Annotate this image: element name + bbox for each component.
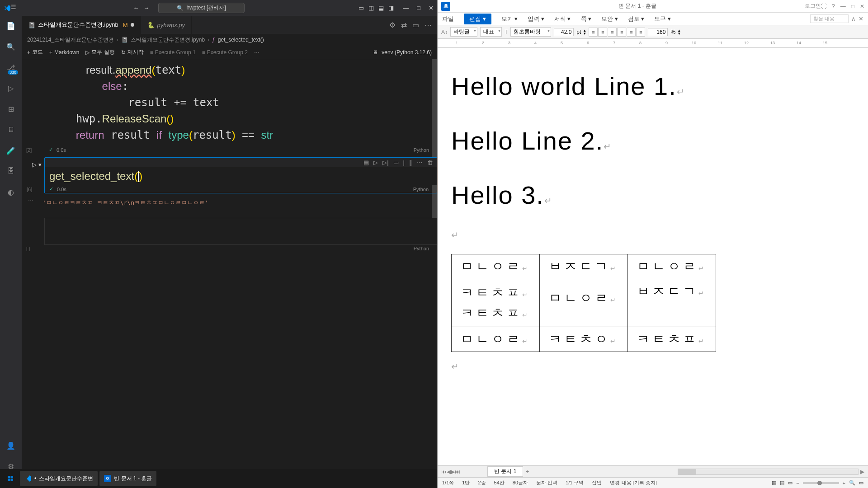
expand-icon[interactable]: ⛶ (821, 3, 826, 9)
login-link[interactable]: 로그인 (805, 2, 821, 10)
view-icon-1[interactable]: ▦ (772, 480, 776, 486)
tab-action-gear-icon[interactable]: ⚙ (389, 21, 396, 29)
debug-icon[interactable]: ▷ (5, 82, 17, 94)
layout-icon-4[interactable]: ◨ (388, 5, 394, 11)
align-justify-button[interactable]: ≡ (617, 28, 626, 37)
status-col[interactable]: 54칸 (494, 479, 505, 486)
menu-close-icon[interactable]: ✕ (859, 15, 863, 22)
add-markdown-button[interactable]: + Markdown (49, 49, 79, 56)
status-track[interactable]: 변경 내용 [기록 중지] (610, 479, 656, 486)
scm-icon[interactable]: ⎇330 (5, 61, 17, 74)
status-page[interactable]: 1/1쪽 (442, 479, 454, 486)
notebook[interactable]: result.append(text) else: result += text… (22, 59, 437, 477)
align-left-button[interactable]: ≡ (589, 28, 598, 37)
close-icon[interactable]: ✕ (429, 5, 434, 11)
layout-icon-3[interactable]: ⬓ (378, 5, 384, 11)
view-icon-3[interactable]: ▭ (788, 480, 793, 486)
align-center-button[interactable]: ≡ (598, 28, 607, 37)
explorer-icon[interactable]: 📄 (5, 19, 17, 32)
table-cell[interactable]: ㅁㄴㅇㄹ↵ (452, 254, 540, 279)
command-center[interactable]: 🔍 hwptest [관리자] (158, 3, 244, 13)
status-insert[interactable]: 삽입 (592, 479, 602, 486)
tab-nav-prev-icon[interactable]: ◀ (447, 469, 451, 475)
hwp-minimize-icon[interactable]: — (840, 3, 846, 9)
run-cell-button[interactable]: ▷ ▾ (32, 161, 42, 168)
exec-group-2-button[interactable]: ≡ Execute Group 2 (202, 49, 248, 56)
text-line-2[interactable]: Hello Line 2.↵ (451, 121, 854, 162)
zoom-spinner-icon[interactable]: ▴▾ (678, 29, 680, 35)
menu-file[interactable]: 파일 (442, 15, 454, 23)
test-icon[interactable]: 🧪 (5, 144, 17, 157)
menu-tools[interactable]: 도구 ▾ (654, 15, 671, 23)
menu-collapse-icon[interactable]: ∧ (851, 15, 856, 22)
exec-group-1-button[interactable]: ≡ Execute Group 1 (150, 49, 196, 56)
table-cell[interactable]: ㅂㅈㄷㄱ↵ (628, 279, 716, 327)
restart-button[interactable]: ↻ 재시작 (121, 48, 144, 56)
status-mode[interactable]: 문자 입력 (536, 479, 557, 486)
taskbar-hwp[interactable]: 호 빈 문서 1 - 훈글 (99, 471, 156, 486)
status-line[interactable]: 2줄 (478, 479, 486, 486)
style-combo[interactable]: 바탕글 (450, 27, 477, 37)
tab-nav-next-icon[interactable]: ▶ (451, 469, 455, 475)
zoom-menu-icon[interactable]: ▭ (859, 480, 863, 486)
extensions-icon[interactable]: ⊞ (5, 103, 17, 115)
hwp-page[interactable]: Hello world Line 1.↵ Hello Line 2.↵ Hell… (438, 48, 868, 465)
status-chars[interactable]: 80글자 (513, 479, 528, 486)
cell-run-icon[interactable]: ▤ (363, 159, 369, 166)
tab-nav-first-icon[interactable]: ⏮ (441, 469, 447, 475)
scroll-right-icon[interactable]: ▶ (860, 469, 864, 475)
align-right-button[interactable]: ≡ (608, 28, 617, 37)
menu-search-input[interactable]: 찾을 내용 (810, 14, 849, 23)
menu-view[interactable]: 보기 ▾ (501, 15, 518, 23)
status-dan[interactable]: 1단 (462, 479, 470, 486)
account-icon[interactable]: 👤 (5, 439, 17, 452)
zoom-slider[interactable] (803, 482, 839, 484)
font-combo[interactable]: 함초롬바탕 (510, 27, 551, 37)
menu-security[interactable]: 보안 ▾ (601, 15, 618, 23)
add-doc-tab-button[interactable]: + (526, 469, 529, 475)
nav-back-icon[interactable]: ← (133, 5, 139, 11)
tab-pyhwpx[interactable]: 🐍 pyhwpx.py (141, 16, 192, 34)
doc-tab[interactable]: 빈 문서 1 (487, 466, 523, 477)
remote-icon[interactable]: 🖥 (5, 123, 17, 136)
table-cell[interactable]: ㅋㅌㅊㅍ↵ㅋㅌㅊㅍ↵ (452, 279, 540, 327)
hwp-ruler[interactable]: 123456789101112131415 (438, 39, 868, 48)
align-dist-button[interactable]: ≡ (627, 28, 636, 37)
code-content[interactable]: result.append(text) else: result += text… (44, 59, 437, 146)
menu-edit[interactable]: 편집 ▾ (464, 14, 491, 24)
table-cell[interactable]: ㅁㄴㅇㄹ↵ (628, 254, 716, 279)
layout-icon-2[interactable]: ◫ (368, 5, 374, 11)
zoom-fit-icon[interactable]: 🔍 (849, 480, 855, 486)
status-section[interactable]: 1/1 구역 (566, 479, 584, 486)
search-activity-icon[interactable]: 🔍 (5, 40, 17, 53)
run-all-button[interactable]: ▷ 모두 실행 (85, 48, 114, 56)
tab-action-diff-icon[interactable]: ⇄ (401, 21, 407, 29)
hwp-maximize-icon[interactable]: □ (851, 3, 854, 9)
cell-merge-icon[interactable]: ‖ (409, 159, 412, 166)
hwp-table[interactable]: ㅁㄴㅇㄹ↵ ㅂㅈㄷㄱ↵ㅁㄴㅇㄹ↵ ㅁㄴㅇㄹ↵ ㅋㅌㅊㅍ↵ㅋㅌㅊㅍ↵ ㅂㅈㄷㄱ↵ … (451, 254, 716, 352)
cell-line-icon[interactable]: | (403, 159, 405, 166)
h-scrollbar[interactable] (678, 469, 859, 475)
maximize-icon[interactable]: □ (417, 5, 420, 11)
cell-split-icon[interactable]: ▭ (393, 159, 399, 166)
help-icon[interactable]: ? (832, 3, 835, 9)
menu-format[interactable]: 서식 ▾ (554, 15, 571, 23)
tab-action-more-icon[interactable]: ⋯ (425, 21, 432, 29)
menu-page[interactable]: 쪽 ▾ (581, 15, 592, 23)
start-button[interactable] (3, 471, 18, 486)
db-icon[interactable]: 🗄 (5, 165, 17, 178)
layout-icon-1[interactable]: ▭ (359, 5, 364, 11)
menu-input[interactable]: 입력 ▾ (528, 15, 544, 23)
size-spinner-icon[interactable]: ▴▾ (584, 29, 586, 35)
hamburger-icon[interactable]: ☰ (11, 4, 20, 13)
tab-nav-last-icon[interactable]: ⏭ (455, 469, 460, 475)
other-icon[interactable]: ◐ (5, 186, 17, 198)
table-cell[interactable]: ㅂㅈㄷㄱ↵ㅁㄴㅇㄹ↵ (540, 254, 628, 327)
table-cell[interactable]: ㅋㅌㅊㅇ↵ (540, 327, 628, 352)
zoom-out-button[interactable]: − (796, 480, 799, 486)
size-input[interactable]: 42.0 (554, 28, 574, 36)
menu-review[interactable]: 검토 ▾ (628, 15, 645, 23)
add-code-button[interactable]: + 코드 (27, 48, 43, 56)
text-line-1[interactable]: Hello world Line 1.↵ (451, 66, 854, 107)
zoom-input[interactable]: 160 (648, 28, 668, 36)
